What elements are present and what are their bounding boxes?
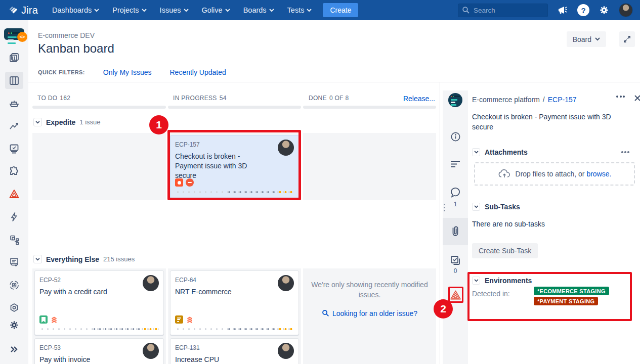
expand-sidebar-icon[interactable] (5, 341, 23, 358)
menu-boards[interactable]: Boards (243, 6, 274, 14)
attachment-dropzone[interactable]: Drop files to attach, or browse. (474, 162, 635, 186)
chevron-down-icon (225, 9, 230, 12)
sidebar-item-automation-icon[interactable] (5, 208, 23, 225)
menu-tests[interactable]: Tests (287, 6, 312, 14)
filter-recently-updated[interactable]: Recently Updated (169, 68, 226, 76)
collapse-section-button[interactable] (472, 148, 480, 156)
issue-summary: Pay with invoice (39, 355, 128, 364)
more-icon[interactable] (616, 96, 625, 98)
project-avatar-icon[interactable]: <> (4, 28, 24, 40)
bug-icon (175, 178, 183, 187)
assignee-avatar[interactable] (143, 343, 159, 359)
issue-card-ecp131[interactable]: ECP-131 Increase CPU ! (170, 338, 299, 364)
filter-only-my-issues[interactable]: Only My Issues (103, 68, 152, 76)
main-content: E-commerce DEV Kanban board Board QUICK … (28, 20, 640, 364)
browse-link[interactable]: browse. (586, 170, 611, 178)
board-menu-button[interactable]: Board (567, 31, 606, 47)
global-search (458, 4, 548, 17)
environment-badge-payment-staging[interactable]: *PAYMENT STAGING (534, 297, 598, 305)
chevron-down-icon (307, 9, 312, 12)
assignee-avatar[interactable] (278, 275, 294, 291)
older-issue-link[interactable]: Looking for an older issue? (311, 309, 428, 317)
jira-logo[interactable]: Jira (7, 5, 38, 16)
search-icon (462, 6, 470, 14)
priority-highest-icon (50, 315, 58, 324)
release-link[interactable]: Release... (403, 95, 435, 103)
sidebar-item-issues-icon[interactable] (5, 140, 23, 157)
sidebar-item-insights-icon[interactable] (5, 277, 23, 294)
chevron-down-icon (142, 9, 147, 12)
quick-filters: QUICK FILTERS: Only My Issues Recently U… (38, 68, 226, 76)
attachments-more-icon[interactable] (621, 151, 629, 153)
top-navigation-bar: Jira Dashboards Projects Issues Golive B… (0, 0, 640, 20)
sidebar-item-settings-hex-icon[interactable] (5, 299, 23, 316)
sidebar-item-reports-icon[interactable] (5, 117, 23, 134)
issue-card-ecp157[interactable]: ECP-157 Checkout is broken - Payment iss… (170, 135, 299, 198)
board-settings-gear-icon[interactable] (5, 316, 23, 334)
menu-issues[interactable]: Issues (160, 6, 189, 14)
column-header-done: DONE0 OF 8 (309, 95, 349, 102)
upload-cloud-icon (498, 169, 511, 179)
sidebar-item-structure-icon[interactable] (5, 231, 23, 248)
megaphone-icon[interactable] (557, 5, 568, 15)
issue-card-ecp64[interactable]: ECP-64 NRT E-commerce (170, 270, 299, 335)
menu-golive[interactable]: Golive (202, 6, 230, 14)
environments-icon[interactable] (443, 290, 468, 300)
menu-dashboards[interactable]: Dashboards (52, 6, 99, 14)
assignee-avatar[interactable] (143, 275, 159, 291)
fullscreen-button[interactable] (619, 31, 635, 47)
jira-logo-icon (7, 5, 18, 16)
sidebar-item-addons-icon[interactable] (5, 163, 23, 180)
assignee-avatar[interactable] (278, 343, 294, 359)
issue-card-ecp52[interactable]: ECP-52 Pay with a credit card (34, 270, 164, 335)
menu-projects[interactable]: Projects (112, 6, 146, 14)
info-icon[interactable] (443, 131, 468, 143)
collapse-swimlane-button[interactable] (33, 118, 42, 126)
quick-filters-label: QUICK FILTERS: (38, 69, 85, 75)
comment-icon[interactable] (443, 187, 468, 199)
create-subtask-button[interactable]: Create Sub-Task (472, 243, 538, 258)
issue-summary: NRT E-commerce (175, 287, 264, 297)
days-in-column-dots (39, 328, 159, 331)
sidebar-item-backlog-icon[interactable] (5, 49, 23, 66)
task-icon (175, 315, 183, 324)
create-button[interactable]: Create (323, 3, 358, 17)
issue-breadcrumb: E-commerce platform / ECP-157 (472, 96, 577, 104)
column-header-todo: TO DO162 (37, 95, 70, 102)
issue-summary: Increase CPU (175, 355, 264, 364)
description-icon[interactable] (443, 160, 468, 169)
issue-key: ECP-157 (175, 141, 200, 148)
chevron-down-icon (94, 9, 99, 12)
panel-drag-handle[interactable] (444, 204, 445, 211)
user-avatar[interactable] (619, 3, 633, 17)
no-subtasks-text: There are no sub-tasks (472, 220, 545, 228)
comment-count: 1 (443, 201, 468, 208)
issue-key-link[interactable]: ECP-157 (548, 96, 577, 104)
close-icon[interactable] (634, 95, 640, 102)
project-avatar-icon[interactable] (443, 93, 468, 107)
blocker-icon (186, 178, 194, 187)
lane-else-inprogress: ECP-64 NRT E-commerce ECP-131 Increase C… (168, 268, 301, 364)
chevron-down-icon (269, 9, 274, 12)
days-in-column-dots (175, 328, 294, 331)
subtasks-icon[interactable] (443, 254, 468, 266)
environment-badge-ecommerce-staging[interactable]: *ECOMMERCE STAGING (534, 287, 609, 295)
collapse-section-button[interactable] (472, 277, 480, 285)
search-icon (322, 309, 329, 317)
help-icon[interactable]: ? (577, 4, 589, 16)
project-link[interactable]: E-commerce platform (472, 96, 540, 104)
issue-card-ecp53[interactable]: ECP-53 Pay with invoice (34, 338, 164, 364)
collapse-swimlane-button[interactable] (33, 255, 42, 263)
sidebar-item-releases-icon[interactable] (5, 95, 23, 112)
gear-icon[interactable] (599, 5, 610, 16)
assignee-avatar[interactable] (278, 140, 294, 156)
collapse-section-button[interactable] (472, 203, 480, 211)
column-bar (168, 106, 301, 109)
attachment-icon[interactable] (443, 225, 468, 237)
breadcrumb[interactable]: E-commerce DEV (38, 31, 95, 39)
kanban-board: TO DO162 IN PROGRESS54 DONE0 OF 8 Releas… (32, 82, 436, 364)
sidebar-item-checklist-icon[interactable] (5, 254, 23, 271)
sidebar-item-security-alert-icon[interactable] (5, 186, 23, 203)
search-input[interactable] (458, 4, 548, 17)
sidebar-item-kanban-board-icon[interactable] (5, 72, 23, 89)
